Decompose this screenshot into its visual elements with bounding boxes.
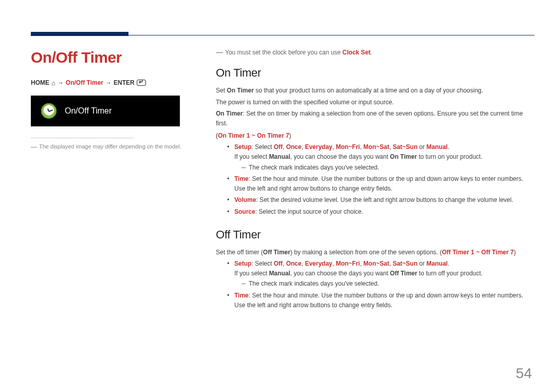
text: : Select	[251, 260, 273, 267]
left-column: On/Off Timer HOME ⌂ → On/Off Timer → ENT…	[31, 49, 216, 321]
bold: Off Timer	[263, 249, 290, 256]
lead: Setup	[234, 260, 251, 267]
list-item-volume: Volume: Set the desired volume level. Us…	[227, 195, 534, 205]
opt: Everyday	[305, 260, 332, 267]
opt: Sat~Sun	[393, 260, 417, 267]
on-timer-range: (On Timer 1 ~ On Timer 7)	[216, 132, 534, 139]
on-timer-p3: On Timer: Set the on timer by making a s…	[216, 109, 534, 128]
text: to turn on your product.	[417, 153, 482, 160]
note-pre: You must set the clock before you can us…	[225, 49, 342, 56]
text: : Set the hour and minute. Use the numbe…	[234, 175, 523, 192]
opt: Manual	[427, 143, 448, 151]
ui-screenshot: On/Off Timer	[31, 96, 180, 126]
text: .	[448, 143, 449, 151]
text: If you select	[234, 270, 269, 277]
dash-icon	[216, 52, 223, 53]
page-title: On/Off Timer	[31, 49, 200, 66]
clock-icon	[41, 103, 57, 119]
opt: Manual	[427, 260, 448, 267]
bold: Manual	[269, 153, 290, 160]
list-item-source: Source: Select the input source of your …	[227, 207, 534, 217]
on-timer-p1: Set On Timer so that your product turns …	[216, 86, 534, 96]
opt: Once	[286, 260, 302, 267]
lead: Volume	[234, 196, 256, 203]
text: ) by making a selection from one of the …	[290, 249, 442, 256]
clock-set-note: You must set the clock before you can us…	[216, 49, 534, 56]
opt: Mon~Sat	[363, 260, 389, 267]
lead: Source	[234, 208, 255, 215]
breadcrumb-arrow: →	[58, 79, 64, 86]
footnote: The displayed image may differ depending…	[31, 143, 200, 150]
divider	[31, 138, 134, 138]
lead: Time	[234, 175, 249, 182]
sub-note: The check mark indicates days you've sel…	[242, 279, 534, 289]
opt: Mon~Sat	[363, 143, 389, 151]
breadcrumb-home: HOME	[31, 79, 49, 86]
page: On/Off Timer HOME ⌂ → On/Off Timer → ENT…	[0, 0, 555, 392]
sub-note: The check mark indicates days you've sel…	[242, 163, 534, 173]
opt: Sat~Sun	[393, 143, 417, 151]
list-item-time: Time: Set the hour and minute. Use the n…	[227, 291, 534, 310]
list-item-setup: Setup: Select Off, Once, Everyday, Mon~F…	[227, 259, 534, 289]
off-timer-list: Setup: Select Off, Once, Everyday, Mon~F…	[227, 259, 534, 310]
text: : Select	[251, 143, 273, 151]
lead: Time	[234, 292, 249, 299]
note-text: You must set the clock before you can us…	[225, 49, 372, 56]
page-number: 54	[516, 365, 532, 382]
breadcrumb: HOME ⌂ → On/Off Timer → ENTER	[31, 79, 200, 86]
text: Set	[216, 87, 227, 94]
columns: On/Off Timer HOME ⌂ → On/Off Timer → ENT…	[31, 49, 534, 321]
text: : Set the on timer by making a selection…	[216, 110, 523, 127]
breadcrumb-enter: ENTER	[114, 79, 135, 86]
text: so that your product turns on automatica…	[254, 87, 483, 94]
range-text: Off Timer 1 ~ Off Timer 7	[442, 249, 514, 256]
list-item-time: Time: Set the hour and minute. Use the n…	[227, 174, 534, 193]
opt: Off	[274, 143, 283, 151]
off-timer-heading: Off Timer	[216, 228, 534, 241]
dash-icon	[242, 284, 246, 284]
text: If you select	[234, 153, 269, 160]
on-timer-list: Setup: Select Off, Once, Everyday, Mon~F…	[227, 142, 534, 216]
bold: On Timer	[216, 110, 243, 117]
header-rule	[31, 35, 534, 35]
text: .	[448, 260, 449, 267]
breadcrumb-arrow: →	[105, 79, 112, 86]
opt: Everyday	[305, 143, 332, 151]
off-timer-p1: Set the off timer (Off Timer) by making …	[216, 248, 534, 257]
range-text: On Timer 1 ~ On Timer 7	[218, 132, 289, 139]
text: : Set the hour and minute. Use the numbe…	[234, 292, 523, 309]
opt: Off	[274, 260, 283, 267]
note-post: .	[371, 49, 372, 56]
footnote-text: The displayed image may differ depending…	[39, 143, 181, 150]
text: to turn off your product.	[417, 270, 483, 277]
text: : Set the desired volume level. Use the …	[256, 196, 513, 203]
text: , you can choose the days you want	[290, 270, 390, 277]
bold: On Timer	[227, 87, 253, 94]
dash-icon	[242, 167, 246, 168]
on-timer-p2: The power is turned on with the specifie…	[216, 98, 534, 107]
sub-text: The check mark indicates days you've sel…	[249, 163, 379, 173]
dash-icon	[31, 147, 37, 147]
text: Set the off timer (	[216, 249, 263, 256]
list-item-setup: Setup: Select Off, Once, Everyday, Mon~F…	[227, 142, 534, 172]
enter-icon	[137, 80, 146, 86]
sub-text: The check mark indicates days you've sel…	[249, 279, 379, 289]
opt: Mon~Fri	[336, 260, 360, 267]
on-timer-heading: On Timer	[216, 66, 534, 80]
opt: Once	[286, 143, 302, 151]
text: : Select the input source of your choice…	[255, 208, 363, 215]
lead: Setup	[234, 143, 251, 151]
text: )	[514, 249, 516, 256]
bold: Manual	[269, 270, 290, 277]
right-column: You must set the clock before you can us…	[216, 49, 534, 321]
bold: Off Timer	[390, 270, 417, 277]
breadcrumb-path: On/Off Timer	[66, 79, 103, 86]
opt: Mon~Fri	[336, 143, 360, 151]
screenshot-label: On/Off Timer	[65, 106, 112, 116]
bold: On Timer	[390, 153, 417, 160]
text: , you can choose the days you want	[290, 153, 390, 160]
note-bold: Clock Set	[342, 49, 371, 56]
home-icon: ⌂	[51, 80, 55, 86]
